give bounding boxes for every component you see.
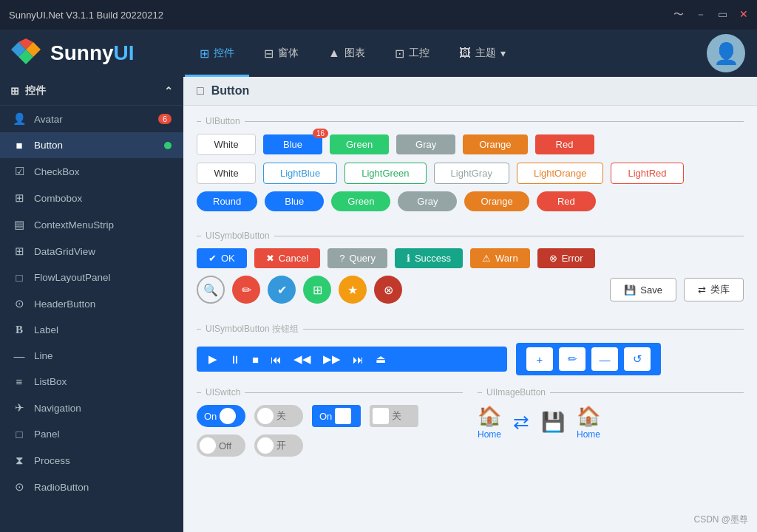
btn-lightorange[interactable]: LightOrange [517,163,604,184]
add-action-button[interactable]: + [526,347,553,371]
switch-on-square-1[interactable]: On [312,405,361,427]
sidebar-item-process[interactable]: ⧗ Process [0,447,183,474]
sidebar-item-button[interactable]: ■ Button [0,132,183,158]
delete-action-button[interactable]: — [591,347,618,371]
img-btn-home: 🏠 Home [478,405,501,440]
edit-action-button[interactable]: ✏ [559,347,585,371]
icon-check-btn[interactable]: ✔ [268,276,296,304]
switch-on-round-1[interactable]: On [197,405,245,427]
next-track-button[interactable]: ⏭ [350,352,367,367]
sidebar-item-combobox[interactable]: ⊞ Combobox [0,185,183,211]
fast-forward-button[interactable]: ▶▶ [320,351,344,367]
chevron-down-icon[interactable]: 〜 [673,8,684,21]
btn-round-red[interactable]: Red [537,191,596,211]
outline-btn-group: 💾 Save ⇄ 类库 [610,278,744,301]
switch-off-square-1[interactable]: 关 [370,405,418,427]
btn-round-blue[interactable]: Blue [265,191,324,211]
tab-window[interactable]: ⊟ 窗体 [249,30,313,77]
sym-btn-cancel[interactable]: ✖ Cancel [254,248,320,268]
rewind-button[interactable]: ◀◀ [291,351,314,367]
switch-off-round-1[interactable]: 关 [254,405,303,427]
icon-x-btn[interactable]: ⊗ [374,276,402,304]
sym-btn-error[interactable]: ⊗ Error [537,248,595,268]
btn-blue-1[interactable]: Blue 16 [263,134,322,154]
home-img-button-2[interactable]: 🏠 Home [577,405,600,440]
tab-window-label: 窗体 [278,47,299,60]
uibutton-section: UIButton White Blue 16 Green Gray Orange… [183,106,757,226]
btn-round-white[interactable]: Round [197,191,257,211]
restore-button[interactable]: ▭ [718,8,727,21]
sidebar-label-flowlayoutpanel: FlowLayoutPanel [34,272,172,283]
tab-industrial[interactable]: ⊡ 工控 [380,30,444,77]
btn-lightgray[interactable]: LightGray [434,163,509,184]
tab-chart[interactable]: ▲ 图表 [313,30,380,77]
sym-btn-query[interactable]: ? Query [327,248,387,268]
btn-white-2[interactable]: White [197,163,256,184]
sidebar-item-panel[interactable]: □ Panel [0,421,183,447]
datagridview-nav-icon: ⊞ [12,245,27,258]
btn-white-1[interactable]: White [197,134,256,155]
icon-star-btn[interactable]: ★ [339,276,367,304]
user-avatar[interactable]: 👤 [707,34,745,72]
blue-badge: 16 [313,129,328,138]
sidebar-item-navigation[interactable]: ✈ Navigation [0,395,183,421]
uibutton-section-title: UIButton [197,116,744,126]
switch-off-round-3[interactable]: 开 [254,434,303,457]
icon-search-btn[interactable]: 🔍 [197,276,225,304]
media-controls-row: ▶ ⏸ ■ ⏮ ◀◀ ▶▶ ⏭ ⏏ + ✏ — ↺ [197,343,744,375]
btn-gray-1[interactable]: Gray [396,134,455,154]
sidebar-item-label[interactable]: B Label [0,317,183,343]
uisymbolbutton-group-title: UISymbolButton 按钮组 [197,323,744,335]
uiswitch-title: UISwitch [197,387,463,398]
panel-nav-icon: □ [12,428,27,440]
sidebar-label-radiobutton: RadioButton [34,482,172,493]
sidebar-header-label: 控件 [25,84,46,98]
btn-round-gray[interactable]: Gray [398,191,457,211]
btn-lightred[interactable]: LightRed [611,163,683,184]
sidebar-item-line[interactable]: — Line [0,343,183,369]
logo-text: SunnyUI [50,41,135,65]
close-button[interactable]: ✕ [739,8,748,21]
stop-button[interactable]: ■ [249,352,262,367]
btn-lightblue[interactable]: LightBlue [263,163,337,184]
search-icon: 🔍 [203,283,218,297]
pause-button[interactable]: ⏸ [226,352,243,367]
icon-grid-btn[interactable]: ⊞ [303,276,331,304]
play-button[interactable]: ▶ [206,351,220,367]
sidebar-item-contextmenustrip[interactable]: ▤ ContextMenuStrip [0,211,183,238]
sidebar-item-radiobutton[interactable]: ⊙ RadioButton [0,474,183,500]
sym-btn-ok[interactable]: ✔ OK [197,248,247,268]
switch-off-round-2[interactable]: Off [197,434,245,457]
sidebar-collapse-icon[interactable]: ⌃ [164,85,173,97]
eject-button[interactable]: ⏏ [373,351,389,367]
btn-round-green[interactable]: Green [331,191,390,211]
swap-img-button[interactable]: ⇄ [513,411,529,434]
uiimagebutton-title: UIImageButton [478,387,744,398]
sidebar-item-headerbutton[interactable]: ⊙ HeaderButton [0,290,183,317]
save-button[interactable]: 💾 Save [610,278,676,301]
library-button[interactable]: ⇄ 类库 [684,278,744,301]
sym-btn-success[interactable]: ℹ Success [395,248,463,268]
sidebar-item-flowlayoutpanel[interactable]: □ FlowLayoutPanel [0,265,183,290]
btn-orange-1[interactable]: Orange [463,134,527,154]
prev-track-button[interactable]: ⏮ [268,352,285,367]
btn-green-1[interactable]: Green [330,134,389,154]
panel-header-icon: □ [197,84,204,98]
minimize-button[interactable]: － [696,8,706,21]
save-img-button[interactable]: 💾 [541,411,565,434]
sidebar-item-datagridview[interactable]: ⊞ DataGridView [0,238,183,265]
home-img-button[interactable]: 🏠 Home [478,405,501,440]
error-icon: ⊗ [549,253,557,264]
btn-round-orange[interactable]: Orange [464,191,529,211]
sidebar-item-avatar[interactable]: 👤 Avatar 6 [0,106,183,132]
tab-controls[interactable]: ⊞ 控件 [185,30,249,77]
sidebar-item-listbox[interactable]: ≡ ListBox [0,369,183,395]
btn-lightgreen[interactable]: LightGreen [344,163,426,184]
tab-theme[interactable]: 🖼 主题 ▾ [444,30,520,77]
icon-edit-btn[interactable]: ✏ [232,276,260,304]
sym-btn-warn[interactable]: ⚠ Warn [470,248,530,268]
refresh-action-button[interactable]: ↺ [624,347,651,371]
sidebar-item-checkbox[interactable]: ☑ CheckBox [0,158,183,185]
uisymbolbutton-section-title: UISymbolButton [197,231,744,241]
btn-red-1[interactable]: Red [535,134,594,154]
